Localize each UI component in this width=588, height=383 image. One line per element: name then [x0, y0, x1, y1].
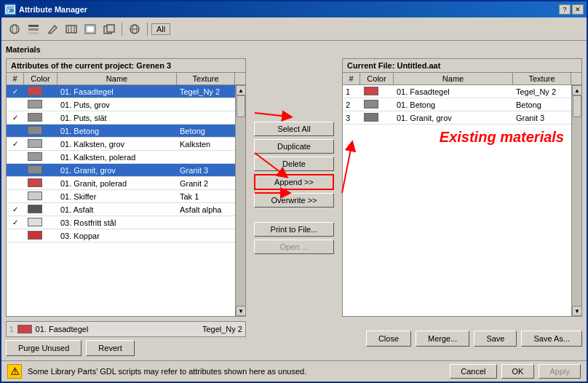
left-table-content[interactable]: ✓ 01. Fasadtegel Tegel_Ny 2 01. Puts, gr…	[7, 85, 235, 316]
preview-num: 1	[9, 325, 14, 333]
row-texture: Betong	[177, 126, 235, 136]
row-name: 01. Betong	[57, 126, 177, 136]
scroll-up-arrow[interactable]: ▲	[572, 85, 581, 95]
toolbar-all-btn[interactable]: All	[151, 23, 170, 35]
toolbar-fill-btn[interactable]	[63, 21, 80, 37]
left-col-scroll	[235, 73, 245, 84]
row-name: 03. Rostfritt stål	[57, 218, 177, 228]
cancel-button[interactable]: Cancel	[450, 364, 496, 379]
apply-button[interactable]: Apply	[539, 364, 581, 379]
table-row[interactable]: ✓ 01. Kalksten, grov Kalksten	[7, 138, 235, 151]
table-row[interactable]: ✓ 01. Puts, slät	[7, 111, 235, 125]
scroll-track[interactable]	[572, 95, 581, 306]
duplicate-button[interactable]: Duplicate	[254, 139, 334, 154]
row-num: 1	[343, 87, 360, 97]
overwrite-button[interactable]: Overwrite >>	[254, 193, 334, 208]
left-table-header: # Color Name Texture	[7, 73, 245, 85]
scroll-thumb[interactable]	[573, 95, 581, 117]
toolbar-sep-1	[122, 23, 122, 36]
svg-rect-13	[87, 26, 94, 32]
table-row[interactable]: 1 01. Fasadtegel Tegel_Ny 2	[343, 85, 571, 98]
right-scrollbar[interactable]: ▲ ▼	[571, 85, 581, 316]
row-check: ✓	[7, 139, 24, 149]
row-check: ✓	[7, 218, 24, 227]
footer: ⚠ Some Library Parts' GDL scripts may re…	[1, 360, 587, 382]
table-row[interactable]: 2 01. Betong Betong	[343, 98, 571, 111]
svg-rect-5	[28, 25, 39, 27]
print-to-file-button[interactable]: Print to File...	[254, 222, 334, 237]
left-col-name: Name	[57, 73, 177, 84]
help-button[interactable]: ?	[559, 4, 571, 15]
save-as-button[interactable]: Save As...	[521, 331, 582, 347]
toolbar-layers-btn[interactable]	[25, 21, 42, 37]
table-row[interactable]: 01. Kalksten, polerad	[7, 151, 235, 164]
right-col-scroll	[571, 73, 581, 84]
warning-icon: ⚠	[7, 364, 22, 379]
table-row[interactable]: ✓ 01. Asfalt Asfalt alpha	[7, 203, 235, 216]
scroll-track[interactable]	[236, 95, 245, 306]
toolbar-surface-btn[interactable]	[82, 21, 99, 37]
row-color-cell	[24, 125, 57, 138]
row-texture: Granit 3	[513, 113, 571, 123]
append-button[interactable]: Append >>	[254, 174, 334, 190]
right-col-texture: Texture	[513, 73, 571, 84]
table-row[interactable]: 01. Betong Betong	[7, 125, 235, 138]
table-row[interactable]: 3 01. Granit, grov Granit 3	[343, 111, 571, 125]
scroll-down-arrow[interactable]: ▼	[236, 306, 245, 316]
row-color-cell	[24, 164, 57, 177]
row-color-cell	[24, 111, 57, 125]
row-color-cell	[24, 216, 57, 229]
panels-row: Attributes of the current project: Grene…	[6, 58, 582, 317]
row-check	[7, 130, 24, 132]
row-color-cell	[360, 98, 394, 111]
table-row[interactable]: 01. Granit, grov Granit 3	[7, 164, 235, 177]
select-all-button[interactable]: Select All	[254, 122, 334, 136]
close-button[interactable]: Close	[366, 331, 411, 347]
left-scrollbar[interactable]: ▲ ▼	[235, 85, 245, 316]
row-color-cell	[24, 203, 57, 216]
action-buttons-left: Purge Unused Revert	[6, 340, 246, 356]
toolbar-copy-btn[interactable]	[100, 21, 118, 37]
row-name: 01. Granit, grov	[57, 165, 177, 175]
toolbar-globe-btn[interactable]	[126, 21, 143, 37]
left-bottom: 1 01. Fasadtegel Tegel_Ny 2 Purge Unused…	[6, 321, 246, 356]
row-texture: Betong	[513, 100, 571, 110]
table-row[interactable]: 01. Puts, grov	[7, 98, 235, 111]
svg-rect-0	[6, 6, 15, 13]
left-table-body: ✓ 01. Fasadtegel Tegel_Ny 2 01. Puts, gr…	[7, 85, 245, 316]
toolbar-materials-btn[interactable]	[6, 21, 23, 37]
materials-label: Materials	[6, 45, 582, 54]
footer-buttons: Cancel OK Apply	[450, 364, 581, 379]
save-button[interactable]: Save	[474, 331, 517, 347]
row-color-cell	[24, 98, 57, 111]
row-color-cell	[24, 85, 57, 98]
delete-button[interactable]: Delete	[254, 157, 334, 171]
row-texture	[177, 117, 235, 119]
close-button[interactable]: ✕	[572, 4, 584, 15]
scroll-thumb[interactable]	[237, 95, 245, 117]
row-color-cell	[24, 190, 57, 203]
table-row[interactable]: ✓ 03. Rostfritt stål	[7, 216, 235, 229]
row-texture	[177, 104, 235, 106]
scroll-down-arrow[interactable]: ▼	[572, 306, 581, 316]
preview-name: 01. Fasadtegel	[36, 325, 89, 333]
table-row[interactable]: 03. Koppar	[7, 229, 235, 242]
ok-button[interactable]: OK	[501, 364, 535, 379]
purge-unused-button[interactable]: Purge Unused	[6, 340, 82, 356]
table-row[interactable]: ✓ 01. Fasadtegel Tegel_Ny 2	[7, 85, 235, 98]
table-row[interactable]: 01. Granit, polerad Granit 2	[7, 177, 235, 190]
scroll-up-arrow[interactable]: ▲	[236, 85, 245, 95]
right-col-name: Name	[394, 73, 513, 84]
table-row[interactable]: 01. Skiffer Tak 1	[7, 190, 235, 203]
open-button[interactable]: Open ...	[254, 240, 334, 254]
row-name: 01. Puts, slät	[57, 113, 177, 123]
merge-button[interactable]: Merge...	[416, 331, 469, 347]
toolbar-pen-btn[interactable]	[44, 21, 61, 37]
right-table-body: Existing materials 1 01. Fasadtegel Tege…	[343, 85, 581, 316]
right-col-color: Color	[360, 73, 394, 84]
revert-button[interactable]: Revert	[86, 340, 134, 356]
row-name: 01. Puts, grov	[57, 100, 177, 110]
middle-spacer	[250, 321, 338, 356]
preview-color	[17, 325, 32, 333]
right-table-content[interactable]: Existing materials 1 01. Fasadtegel Tege…	[343, 85, 571, 316]
